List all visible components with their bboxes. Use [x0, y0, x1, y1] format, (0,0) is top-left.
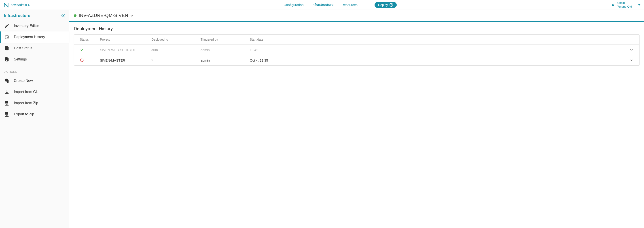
deploy-label: Deploy	[378, 3, 388, 7]
zip-export-icon: ZIP	[4, 112, 10, 117]
sidebar-action-export-zip[interactable]: ZIP Export to Zip	[0, 109, 69, 120]
col-header-deployed-to: Deployed to	[152, 38, 200, 41]
sidebar-header: Infrastructure	[0, 10, 69, 20]
history-icon	[4, 35, 10, 39]
caret-down-icon[interactable]	[638, 4, 640, 5]
user-name: admin	[617, 1, 632, 5]
table-row[interactable]: SIVEN-WEB-SHOP (DE… auth admin 10:42	[74, 45, 639, 55]
sidebar-item-label: Inventory Editor	[14, 24, 39, 28]
table-row[interactable]: SIVEN-MASTER * admin Oct 4, 22:35	[74, 55, 639, 65]
create-new-icon	[4, 78, 10, 83]
triggered-by-cell: admin	[200, 58, 250, 62]
deployed-to-cell: auth	[152, 48, 200, 52]
sidebar-action-label: Import from Git	[14, 90, 38, 94]
status-cell	[80, 58, 100, 62]
zip-import-icon: ZIP	[4, 101, 10, 106]
app-header: nevisAdmin 4 Configuration Infrastructur…	[0, 0, 644, 10]
sidebar-item-label: Host Status	[14, 46, 32, 50]
sidebar-item-settings[interactable]: Settings	[0, 54, 69, 65]
expand-cell[interactable]	[620, 48, 634, 52]
deploy-button[interactable]: Deploy	[374, 2, 397, 8]
svg-point-0	[612, 3, 613, 5]
main-content: INV-AZURE-QM-SIVEN Deployment History St…	[69, 10, 644, 228]
error-icon	[80, 58, 84, 62]
sidebar-item-host-status[interactable]: Host Status	[0, 43, 69, 54]
col-header-start-date: Start date	[250, 38, 620, 41]
svg-text:ZIP: ZIP	[6, 113, 8, 114]
sidebar-item-label: Settings	[14, 57, 27, 61]
app-logo-icon	[4, 2, 9, 7]
sidebar-action-import-git[interactable]: Import from Git	[0, 86, 69, 98]
user-icon	[611, 3, 615, 7]
triggered-by-cell: admin	[200, 48, 250, 52]
app-name: nevisAdmin 4	[11, 3, 30, 7]
file-icon	[4, 46, 10, 51]
svg-point-1	[6, 60, 7, 61]
deployed-to-cell: *	[152, 58, 200, 62]
sidebar-action-label: Create New	[14, 79, 33, 83]
pencil-icon	[4, 23, 10, 28]
play-icon	[390, 3, 393, 7]
status-dot-icon	[74, 14, 76, 17]
col-header-triggered-by: Triggered by	[200, 38, 250, 41]
expand-cell[interactable]	[620, 58, 634, 62]
user-tenant: Tenant: QM	[617, 5, 632, 9]
settings-file-icon	[4, 57, 10, 62]
logo-area[interactable]: nevisAdmin 4	[4, 2, 69, 7]
svg-text:ZIP: ZIP	[6, 102, 8, 103]
inventory-selector[interactable]: INV-AZURE-QM-SIVEN	[69, 10, 644, 22]
sidebar-item-inventory-editor[interactable]: Inventory Editor	[0, 20, 69, 31]
collapse-icon[interactable]	[61, 14, 65, 17]
download-icon	[4, 90, 10, 94]
start-date-cell: Oct 4, 22:35	[250, 58, 620, 62]
sidebar-action-label: Export to Zip	[14, 112, 34, 116]
page-title: Deployment History	[69, 22, 644, 34]
sidebar-title: Infrastructure	[4, 13, 30, 18]
start-date-cell: 10:42	[250, 48, 620, 52]
deployment-history-table: Status Project Deployed to Triggered by …	[74, 34, 640, 66]
table-header-row: Status Project Deployed to Triggered by …	[74, 35, 639, 45]
inventory-name: INV-AZURE-QM-SIVEN	[79, 13, 128, 18]
top-nav: Configuration Infrastructure Resources D…	[69, 0, 611, 9]
user-text: admin Tenant: QM	[617, 1, 632, 9]
svg-point-9	[82, 61, 82, 61]
sidebar-item-deployment-history[interactable]: Deployment History	[0, 31, 69, 43]
nav-resources[interactable]: Resources	[342, 1, 358, 9]
col-header-status: Status	[80, 38, 100, 41]
sidebar-action-label: Import from Zip	[14, 101, 38, 105]
project-cell: SIVEN-MASTER	[100, 58, 152, 62]
sidebar-action-create-new[interactable]: Create New	[0, 75, 69, 86]
col-header-project: Project	[100, 38, 152, 41]
nav-configuration[interactable]: Configuration	[284, 1, 304, 9]
check-icon	[80, 48, 84, 52]
chevron-down-icon	[630, 48, 634, 52]
chevron-down-icon	[630, 58, 634, 62]
project-cell: SIVEN-WEB-SHOP (DE…	[100, 48, 152, 52]
user-menu[interactable]: admin Tenant: QM	[611, 1, 640, 9]
nav-infrastructure[interactable]: Infrastructure	[312, 0, 334, 9]
sidebar-action-import-zip[interactable]: ZIP Import from Zip	[0, 98, 69, 109]
sidebar-item-label: Deployment History	[14, 35, 45, 39]
sidebar: Infrastructure Inventory Editor Deployme…	[0, 10, 69, 228]
sidebar-actions-label: ACTIONS	[0, 65, 69, 75]
status-cell	[80, 48, 100, 52]
caret-down-icon[interactable]	[130, 15, 133, 16]
